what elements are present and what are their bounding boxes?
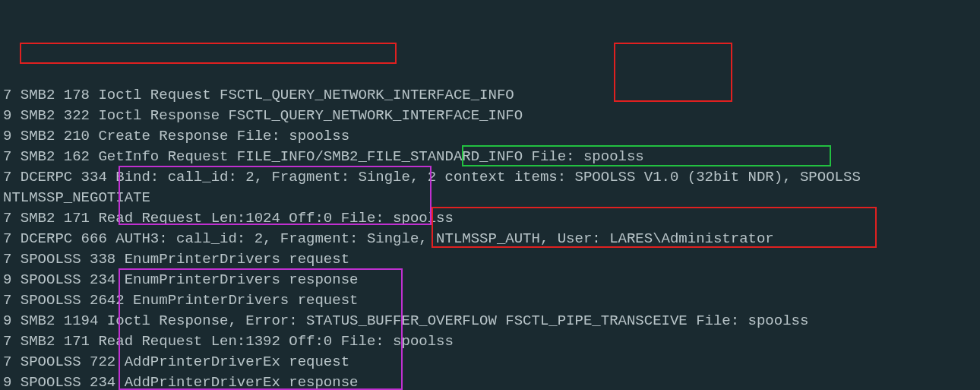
log-line: 9 SPOOLSS 234 AddPrinterDriverEx respons… [3, 373, 977, 390]
log-line: 7 SPOOLSS 722 AddPrinterDriverEx request [3, 352, 977, 373]
highlight-box [20, 43, 397, 64]
log-line: 7 SMB2 178 Ioctl Request FSCTL_QUERY_NET… [3, 85, 977, 106]
log-line: 9 SMB2 1194 Ioctl Response, Error: STATU… [3, 311, 977, 331]
log-line: 7 SMB2 171 Read Request Len:1392 Off:0 F… [3, 331, 977, 352]
log-line: 7 SPOOLSS 2642 EnumPrinterDrivers reques… [3, 290, 977, 311]
log-line: NTLMSSP_NEGOTIATE [3, 188, 977, 208]
packet-log-output: 7 SMB2 178 Ioctl Request FSCTL_QUERY_NET… [3, 85, 977, 390]
log-line: 7 DCERPC 666 AUTH3: call_id: 2, Fragment… [3, 229, 977, 249]
log-line: 9 SMB2 322 Ioctl Response FSCTL_QUERY_NE… [3, 106, 977, 126]
log-line: 7 DCERPC 334 Bind: call_id: 2, Fragment:… [3, 167, 977, 188]
log-line: 7 SPOOLSS 338 EnumPrinterDrivers request [3, 249, 977, 270]
log-line: 7 SMB2 171 Read Request Len:1024 Off:0 F… [3, 208, 977, 229]
log-line: 9 SMB2 210 Create Response File: spoolss [3, 126, 977, 147]
log-line: 7 SMB2 162 GetInfo Request FILE_INFO/SMB… [3, 147, 977, 167]
log-line: 9 SPOOLSS 234 EnumPrinterDrivers respons… [3, 270, 977, 290]
